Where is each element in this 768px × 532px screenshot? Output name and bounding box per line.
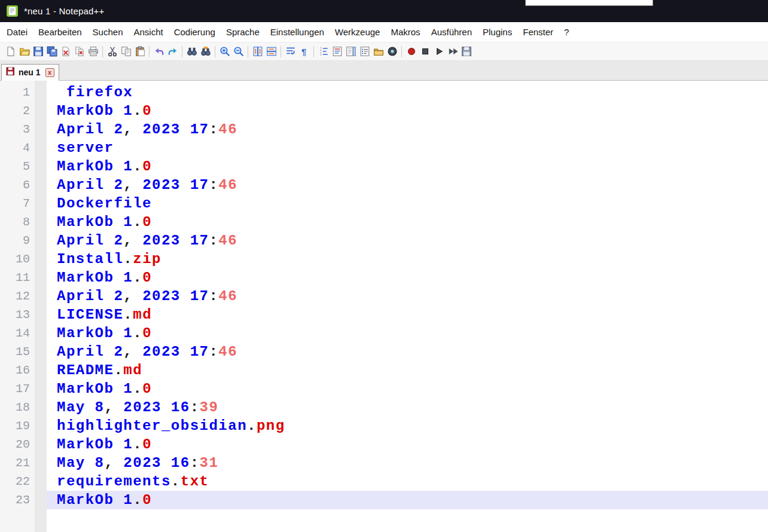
fold-margin xyxy=(35,287,47,305)
fold-margin xyxy=(35,343,47,361)
line-number: 10 xyxy=(0,250,35,268)
line-number: 21 xyxy=(0,454,35,472)
fold-margin xyxy=(35,176,47,194)
folder-as-workspace-icon[interactable] xyxy=(371,44,385,59)
editor-line[interactable]: 9April 2, 2023 17:46 xyxy=(0,231,768,250)
editor-line[interactable]: 8MarkOb 1.0 xyxy=(0,213,768,231)
code-text: April 2, 2023 17:46 xyxy=(47,176,768,194)
document-map-icon[interactable] xyxy=(344,44,358,59)
macro-play-icon[interactable] xyxy=(432,44,446,59)
editor-line[interactable]: 21May 8, 2023 16:31 xyxy=(0,454,768,472)
line-number: 8 xyxy=(0,213,35,231)
editor-line[interactable]: 18May 8, 2023 16:39 xyxy=(0,398,768,417)
open-file-icon[interactable] xyxy=(17,44,31,59)
fold-margin xyxy=(35,120,47,139)
code-text: MarkOb 1.0 xyxy=(47,491,768,509)
code-text: MarkOb 1.0 xyxy=(47,324,768,343)
menu-item-sprache[interactable]: Sprache xyxy=(221,22,265,42)
code-text: May 8, 2023 16:39 xyxy=(47,398,768,417)
zoom-in-icon[interactable] xyxy=(218,44,231,59)
macro-run-multiple-icon[interactable] xyxy=(446,44,459,59)
svg-text:¶: ¶ xyxy=(301,47,306,57)
code-text: Dockerfile xyxy=(47,194,768,213)
show-all-characters-icon[interactable]: ¶ xyxy=(297,44,311,59)
fold-margin xyxy=(35,472,47,491)
editor-line[interactable]: 12April 2, 2023 17:46 xyxy=(0,287,768,305)
code-text: MarkOb 1.0 xyxy=(47,213,768,231)
editor-line[interactable]: 14MarkOb 1.0 xyxy=(0,324,768,343)
new-file-icon[interactable] xyxy=(4,44,17,59)
word-wrap-icon[interactable] xyxy=(284,44,297,59)
window-title: *neu 1 - Notepad++ xyxy=(24,6,105,16)
line-number: 12 xyxy=(0,287,35,305)
editor-line[interactable]: 16README.md xyxy=(0,361,768,380)
editor-line[interactable]: 2MarkOb 1.0 xyxy=(0,102,768,120)
editor-line[interactable]: 6April 2, 2023 17:46 xyxy=(0,176,768,194)
menu-item-ansicht[interactable]: Ansicht xyxy=(128,22,168,42)
toolbar-separator xyxy=(102,46,103,57)
fold-margin xyxy=(35,324,47,343)
indent-guide-icon[interactable] xyxy=(316,44,330,59)
menu-item-einstellungen[interactable]: Einstellungen xyxy=(265,22,330,42)
copy-icon[interactable] xyxy=(119,44,133,59)
menu-item-plugins[interactable]: Plugins xyxy=(477,22,517,42)
close-all-icon[interactable] xyxy=(72,44,86,59)
fold-margin xyxy=(35,102,47,120)
macro-stop-icon[interactable] xyxy=(418,44,432,59)
editor-line[interactable]: 19highlighter_obsidian.png xyxy=(0,417,768,435)
editor-line[interactable]: 4server xyxy=(0,139,768,157)
fold-margin xyxy=(35,380,47,398)
menu-item-suchen[interactable]: Suchen xyxy=(87,22,129,42)
toolbar-separator xyxy=(215,46,215,57)
print-icon[interactable] xyxy=(86,44,100,59)
menu-item-ausfhren[interactable]: Ausführen xyxy=(426,22,477,42)
menu-item-werkzeuge[interactable]: Werkzeuge xyxy=(330,22,386,42)
document-list-icon[interactable] xyxy=(358,44,371,59)
redo-icon[interactable] xyxy=(166,44,179,59)
code-text: May 8, 2023 16:31 xyxy=(47,454,768,472)
menu-item-bearbeiten[interactable]: Bearbeiten xyxy=(33,22,87,42)
function-list-icon[interactable] xyxy=(330,44,344,59)
menu-item-?[interactable]: ? xyxy=(559,22,574,42)
editor-line[interactable]: 20MarkOb 1.0 xyxy=(0,435,768,454)
toolbar-separator xyxy=(248,46,248,57)
menu-item-fenster[interactable]: Fenster xyxy=(517,22,559,42)
menu-item-codierung[interactable]: Codierung xyxy=(169,22,221,42)
tab-bar: neu 1 x xyxy=(0,61,768,81)
macro-save-icon[interactable] xyxy=(459,44,473,59)
editor-line[interactable]: 15April 2, 2023 17:46 xyxy=(0,343,768,361)
editor-line[interactable]: 3April 2, 2023 17:46 xyxy=(0,120,768,139)
editor-line[interactable]: 1 firefox xyxy=(0,83,768,102)
editor-line[interactable]: 13LICENSE.md xyxy=(0,305,768,324)
fold-margin xyxy=(35,213,47,231)
editor-line[interactable]: 5MarkOb 1.0 xyxy=(0,157,768,176)
menu-item-datei[interactable]: Datei xyxy=(1,22,33,42)
editor-line[interactable]: 17MarkOb 1.0 xyxy=(0,380,768,398)
macro-record-icon[interactable] xyxy=(404,44,418,59)
editor-line[interactable]: 10Install.zip xyxy=(0,250,768,268)
replace-icon[interactable] xyxy=(199,44,212,59)
close-file-icon[interactable] xyxy=(59,44,72,59)
editor-line[interactable]: 11MarkOb 1.0 xyxy=(0,268,768,287)
sync-scroll-horizontal-icon[interactable] xyxy=(264,44,278,59)
editor-line[interactable]: 22requirements.txt xyxy=(0,472,768,491)
tab-neu-1[interactable]: neu 1 x xyxy=(1,64,59,81)
sync-scroll-vertical-icon[interactable] xyxy=(251,44,264,59)
menu-item-makros[interactable]: Makros xyxy=(385,22,425,42)
line-number: 4 xyxy=(0,139,35,157)
find-icon[interactable] xyxy=(185,44,199,59)
undo-icon[interactable] xyxy=(152,44,166,59)
editor-line[interactable]: 7Dockerfile xyxy=(0,194,768,213)
tab-close-icon[interactable]: x xyxy=(45,68,54,77)
save-file-icon[interactable] xyxy=(31,44,45,59)
editor-line[interactable]: 23MarkOb 1.0 xyxy=(0,491,768,509)
paste-icon[interactable] xyxy=(133,44,147,59)
zoom-out-icon[interactable] xyxy=(231,44,245,59)
editor[interactable]: 1 firefox2MarkOb 1.03April 2, 2023 17:46… xyxy=(0,81,768,532)
save-all-icon[interactable] xyxy=(45,44,59,59)
fold-margin xyxy=(35,361,47,380)
line-number: 14 xyxy=(0,324,35,343)
cut-icon[interactable] xyxy=(105,44,119,59)
monitoring-icon[interactable] xyxy=(385,44,399,59)
fold-margin xyxy=(35,417,47,435)
